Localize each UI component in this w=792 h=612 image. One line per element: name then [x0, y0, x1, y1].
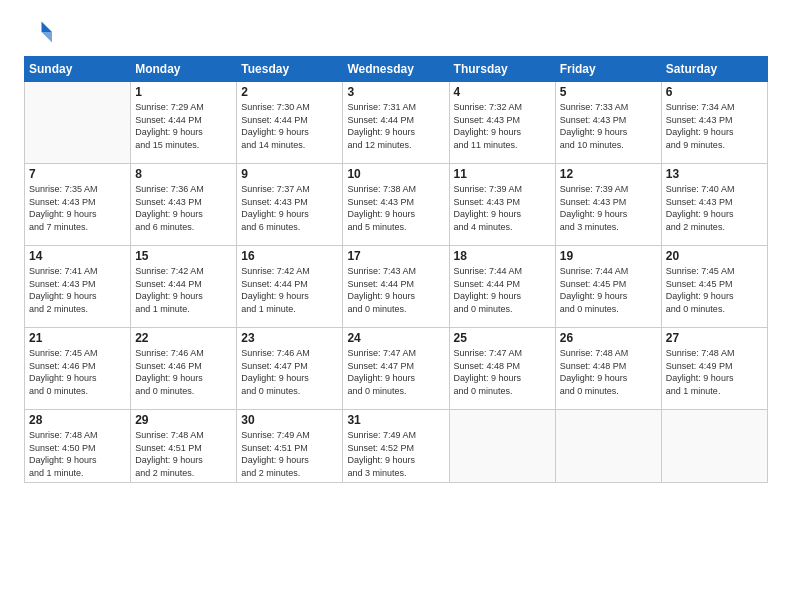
day-info: Sunrise: 7:42 AMSunset: 4:44 PMDaylight:… — [135, 265, 232, 315]
day-number: 2 — [241, 85, 338, 99]
day-number: 18 — [454, 249, 551, 263]
day-number: 6 — [666, 85, 763, 99]
week-row-5: 28Sunrise: 7:48 AMSunset: 4:50 PMDayligh… — [25, 410, 768, 483]
day-info: Sunrise: 7:34 AMSunset: 4:43 PMDaylight:… — [666, 101, 763, 151]
day-info: Sunrise: 7:49 AMSunset: 4:51 PMDaylight:… — [241, 429, 338, 479]
day-number: 4 — [454, 85, 551, 99]
calendar-cell: 1Sunrise: 7:29 AMSunset: 4:44 PMDaylight… — [131, 82, 237, 164]
day-number: 1 — [135, 85, 232, 99]
day-number: 29 — [135, 413, 232, 427]
header — [24, 18, 768, 46]
calendar-cell: 20Sunrise: 7:45 AMSunset: 4:45 PMDayligh… — [661, 246, 767, 328]
weekday-header-wednesday: Wednesday — [343, 57, 449, 82]
day-number: 5 — [560, 85, 657, 99]
day-number: 19 — [560, 249, 657, 263]
day-number: 13 — [666, 167, 763, 181]
day-info: Sunrise: 7:31 AMSunset: 4:44 PMDaylight:… — [347, 101, 444, 151]
calendar-cell: 14Sunrise: 7:41 AMSunset: 4:43 PMDayligh… — [25, 246, 131, 328]
day-info: Sunrise: 7:45 AMSunset: 4:46 PMDaylight:… — [29, 347, 126, 397]
calendar-cell: 23Sunrise: 7:46 AMSunset: 4:47 PMDayligh… — [237, 328, 343, 410]
weekday-header-monday: Monday — [131, 57, 237, 82]
day-number: 24 — [347, 331, 444, 345]
weekday-header-thursday: Thursday — [449, 57, 555, 82]
day-number: 23 — [241, 331, 338, 345]
calendar-cell: 22Sunrise: 7:46 AMSunset: 4:46 PMDayligh… — [131, 328, 237, 410]
day-number: 27 — [666, 331, 763, 345]
calendar-cell: 29Sunrise: 7:48 AMSunset: 4:51 PMDayligh… — [131, 410, 237, 483]
calendar-cell: 18Sunrise: 7:44 AMSunset: 4:44 PMDayligh… — [449, 246, 555, 328]
calendar-cell — [449, 410, 555, 483]
calendar-cell: 31Sunrise: 7:49 AMSunset: 4:52 PMDayligh… — [343, 410, 449, 483]
day-info: Sunrise: 7:48 AMSunset: 4:50 PMDaylight:… — [29, 429, 126, 479]
calendar-cell: 16Sunrise: 7:42 AMSunset: 4:44 PMDayligh… — [237, 246, 343, 328]
day-info: Sunrise: 7:36 AMSunset: 4:43 PMDaylight:… — [135, 183, 232, 233]
calendar-cell: 17Sunrise: 7:43 AMSunset: 4:44 PMDayligh… — [343, 246, 449, 328]
weekday-header-friday: Friday — [555, 57, 661, 82]
day-number: 12 — [560, 167, 657, 181]
calendar-cell: 26Sunrise: 7:48 AMSunset: 4:48 PMDayligh… — [555, 328, 661, 410]
svg-marker-1 — [42, 32, 53, 43]
calendar-cell: 4Sunrise: 7:32 AMSunset: 4:43 PMDaylight… — [449, 82, 555, 164]
calendar-cell: 5Sunrise: 7:33 AMSunset: 4:43 PMDaylight… — [555, 82, 661, 164]
day-number: 20 — [666, 249, 763, 263]
calendar-cell — [555, 410, 661, 483]
calendar-cell: 28Sunrise: 7:48 AMSunset: 4:50 PMDayligh… — [25, 410, 131, 483]
day-info: Sunrise: 7:47 AMSunset: 4:47 PMDaylight:… — [347, 347, 444, 397]
day-info: Sunrise: 7:48 AMSunset: 4:49 PMDaylight:… — [666, 347, 763, 397]
day-number: 25 — [454, 331, 551, 345]
day-info: Sunrise: 7:48 AMSunset: 4:48 PMDaylight:… — [560, 347, 657, 397]
logo-icon — [24, 18, 52, 46]
day-info: Sunrise: 7:42 AMSunset: 4:44 PMDaylight:… — [241, 265, 338, 315]
calendar-cell: 10Sunrise: 7:38 AMSunset: 4:43 PMDayligh… — [343, 164, 449, 246]
day-number: 30 — [241, 413, 338, 427]
day-number: 21 — [29, 331, 126, 345]
week-row-1: 1Sunrise: 7:29 AMSunset: 4:44 PMDaylight… — [25, 82, 768, 164]
calendar-cell: 25Sunrise: 7:47 AMSunset: 4:48 PMDayligh… — [449, 328, 555, 410]
day-info: Sunrise: 7:39 AMSunset: 4:43 PMDaylight:… — [560, 183, 657, 233]
day-number: 22 — [135, 331, 232, 345]
calendar-cell: 13Sunrise: 7:40 AMSunset: 4:43 PMDayligh… — [661, 164, 767, 246]
day-info: Sunrise: 7:47 AMSunset: 4:48 PMDaylight:… — [454, 347, 551, 397]
week-row-2: 7Sunrise: 7:35 AMSunset: 4:43 PMDaylight… — [25, 164, 768, 246]
weekday-header-sunday: Sunday — [25, 57, 131, 82]
day-info: Sunrise: 7:41 AMSunset: 4:43 PMDaylight:… — [29, 265, 126, 315]
calendar-cell: 6Sunrise: 7:34 AMSunset: 4:43 PMDaylight… — [661, 82, 767, 164]
day-number: 9 — [241, 167, 338, 181]
weekday-header-row: SundayMondayTuesdayWednesdayThursdayFrid… — [25, 57, 768, 82]
day-info: Sunrise: 7:49 AMSunset: 4:52 PMDaylight:… — [347, 429, 444, 479]
day-number: 31 — [347, 413, 444, 427]
day-info: Sunrise: 7:29 AMSunset: 4:44 PMDaylight:… — [135, 101, 232, 151]
calendar-cell: 9Sunrise: 7:37 AMSunset: 4:43 PMDaylight… — [237, 164, 343, 246]
day-info: Sunrise: 7:45 AMSunset: 4:45 PMDaylight:… — [666, 265, 763, 315]
day-number: 8 — [135, 167, 232, 181]
day-number: 28 — [29, 413, 126, 427]
day-info: Sunrise: 7:35 AMSunset: 4:43 PMDaylight:… — [29, 183, 126, 233]
day-number: 14 — [29, 249, 126, 263]
day-number: 15 — [135, 249, 232, 263]
calendar-cell: 7Sunrise: 7:35 AMSunset: 4:43 PMDaylight… — [25, 164, 131, 246]
day-info: Sunrise: 7:37 AMSunset: 4:43 PMDaylight:… — [241, 183, 338, 233]
calendar-cell: 12Sunrise: 7:39 AMSunset: 4:43 PMDayligh… — [555, 164, 661, 246]
day-info: Sunrise: 7:43 AMSunset: 4:44 PMDaylight:… — [347, 265, 444, 315]
calendar-cell: 11Sunrise: 7:39 AMSunset: 4:43 PMDayligh… — [449, 164, 555, 246]
day-info: Sunrise: 7:46 AMSunset: 4:47 PMDaylight:… — [241, 347, 338, 397]
day-number: 3 — [347, 85, 444, 99]
day-info: Sunrise: 7:32 AMSunset: 4:43 PMDaylight:… — [454, 101, 551, 151]
week-row-4: 21Sunrise: 7:45 AMSunset: 4:46 PMDayligh… — [25, 328, 768, 410]
day-info: Sunrise: 7:44 AMSunset: 4:45 PMDaylight:… — [560, 265, 657, 315]
calendar-cell: 3Sunrise: 7:31 AMSunset: 4:44 PMDaylight… — [343, 82, 449, 164]
calendar-cell — [661, 410, 767, 483]
calendar-cell: 30Sunrise: 7:49 AMSunset: 4:51 PMDayligh… — [237, 410, 343, 483]
calendar: SundayMondayTuesdayWednesdayThursdayFrid… — [24, 56, 768, 483]
calendar-cell: 15Sunrise: 7:42 AMSunset: 4:44 PMDayligh… — [131, 246, 237, 328]
day-number: 17 — [347, 249, 444, 263]
day-info: Sunrise: 7:38 AMSunset: 4:43 PMDaylight:… — [347, 183, 444, 233]
svg-marker-0 — [42, 22, 53, 33]
logo — [24, 18, 56, 46]
day-number: 26 — [560, 331, 657, 345]
weekday-header-saturday: Saturday — [661, 57, 767, 82]
day-info: Sunrise: 7:46 AMSunset: 4:46 PMDaylight:… — [135, 347, 232, 397]
calendar-cell — [25, 82, 131, 164]
day-info: Sunrise: 7:40 AMSunset: 4:43 PMDaylight:… — [666, 183, 763, 233]
day-info: Sunrise: 7:33 AMSunset: 4:43 PMDaylight:… — [560, 101, 657, 151]
